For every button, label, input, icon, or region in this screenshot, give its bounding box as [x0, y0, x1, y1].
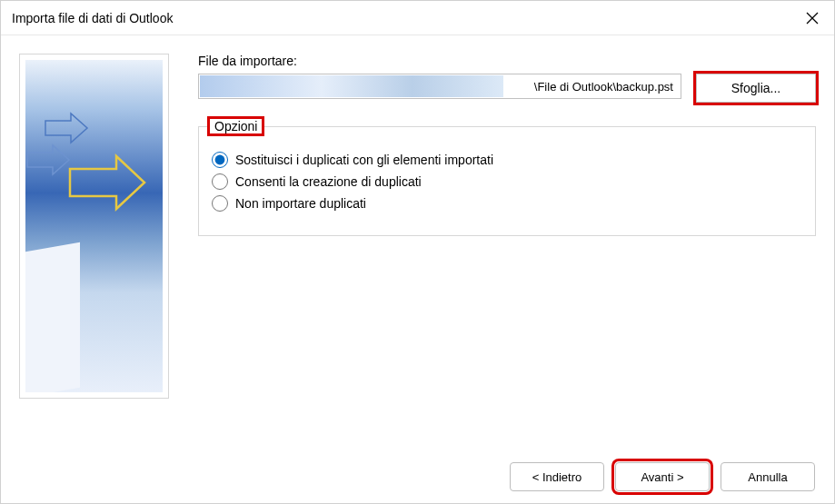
window-title: Importa file di dati di Outlook: [12, 11, 794, 25]
close-button[interactable]: [794, 4, 830, 33]
radio-label: Consenti la creazione di duplicati: [235, 174, 422, 189]
radio-label: Sostituisci i duplicati con gli elementi…: [235, 153, 493, 167]
options-legend: Opzioni: [210, 119, 262, 133]
arrow-icon: [25, 142, 71, 182]
cancel-button[interactable]: Annulla: [721, 462, 815, 491]
radio-replace-duplicates[interactable]: Sostituisci i duplicati con gli elementi…: [212, 152, 802, 168]
next-button[interactable]: Avanti >: [615, 462, 710, 491]
arrow-icon: [66, 151, 148, 218]
radio-input-skip[interactable]: [212, 195, 228, 212]
radio-input-replace[interactable]: [212, 152, 228, 168]
radio-allow-duplicates[interactable]: Consenti la creazione di duplicati: [212, 173, 802, 190]
main-panel: File da importare: \File di Outlook\back…: [169, 54, 816, 444]
radio-skip-duplicates[interactable]: Non importare duplicati: [212, 195, 802, 212]
wizard-sidebar-image: [19, 54, 169, 399]
content-area: File da importare: \File di Outlook\back…: [1, 35, 834, 444]
file-path-input[interactable]: \File di Outlook\backup.pst: [198, 74, 681, 99]
radio-input-allow[interactable]: [212, 173, 228, 190]
radio-label: Non importare duplicati: [235, 196, 366, 211]
title-bar: Importa file di dati di Outlook: [1, 1, 834, 35]
options-group: Opzioni Sostituisci i duplicati con gli …: [198, 119, 816, 236]
wizard-footer: < Indietro Avanti > Annulla: [510, 462, 815, 491]
file-path-text: \File di Outlook\backup.pst: [532, 80, 675, 94]
browse-button[interactable]: Sfoglia...: [696, 74, 816, 103]
file-to-import-label: File da importare:: [198, 54, 816, 68]
close-icon: [806, 12, 819, 25]
back-button[interactable]: < Indietro: [510, 462, 604, 491]
